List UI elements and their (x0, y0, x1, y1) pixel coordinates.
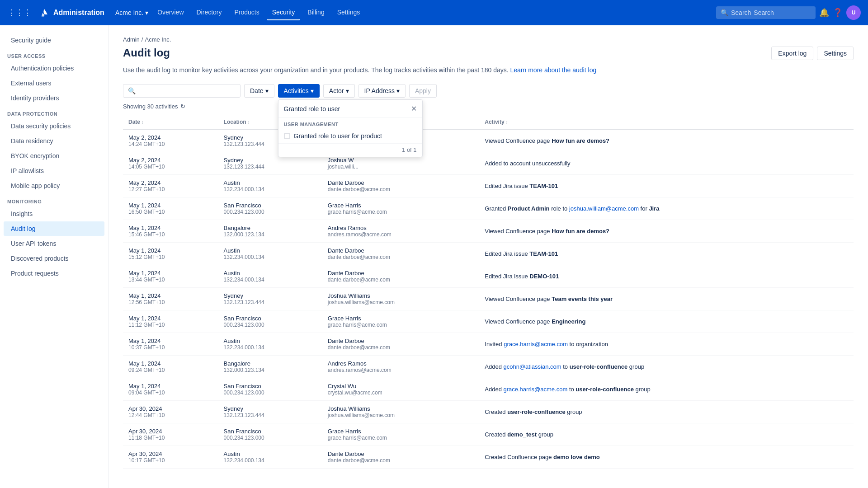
cell-actor: Joshua Williams joshua.williams@acme.com (322, 401, 479, 423)
table-row: May 1, 2024 09:24 GMT+10 Bangalore 132.0… (123, 356, 854, 378)
table-row: Apr 30, 2024 10:17 GMT+10 Austin 132.234… (123, 446, 854, 469)
header-actions: Export log Settings (771, 47, 854, 60)
cell-location: Bangalore 132.000.123.134 (218, 220, 322, 243)
activities-chevron-icon: ▾ (311, 87, 314, 94)
table-row: May 2, 2024 12:27 GMT+10 Austin 132.234.… (123, 175, 854, 197)
dropdown-item-granted-role[interactable]: Granted role to user for product (278, 129, 422, 143)
cell-actor: Grace Harris grace.harris@acme.com (322, 310, 479, 333)
sidebar-item-user-api-tokens[interactable]: User API tokens (4, 236, 104, 251)
cell-date: Apr 30, 2024 11:18 GMT+10 (123, 423, 218, 446)
table-row: May 1, 2024 15:12 GMT+10 Austin 132.234.… (123, 243, 854, 265)
global-search[interactable]: 🔍 Search Search (716, 6, 816, 19)
cell-location: Sydney 132.123.123.444 (218, 401, 322, 423)
cell-date: May 1, 2024 12:56 GMT+10 (123, 288, 218, 310)
cell-date: May 1, 2024 11:12 GMT+10 (123, 310, 218, 333)
table-row: May 2, 2024 14:05 GMT+10 Sydney 132.123.… (123, 152, 854, 175)
ip-address-filter-label: IP Address (364, 87, 395, 94)
nav-billing[interactable]: Billing (302, 5, 330, 20)
description-text: Use the audit log to monitor key activit… (123, 66, 509, 74)
table-row: May 1, 2024 13:44 GMT+10 Austin 132.234.… (123, 265, 854, 288)
cell-location: Austin 132.234.000.134 (218, 243, 322, 265)
sidebar-item-insights[interactable]: Insights (4, 206, 104, 221)
sidebar-item-external-users[interactable]: External users (4, 76, 104, 90)
cell-activity: Created demo_test group (479, 423, 854, 446)
table-body: May 2, 2024 14:24 GMT+10 Sydney 132.123.… (123, 129, 854, 469)
breadcrumb-admin[interactable]: Admin (123, 36, 140, 43)
nav-settings[interactable]: Settings (332, 5, 366, 20)
sidebar-item-discovered-products[interactable]: Discovered products (4, 251, 104, 266)
sidebar-label: Insights (11, 210, 33, 217)
sidebar-item-data-residency[interactable]: Data residency (4, 134, 104, 148)
sidebar-item-ip-allowlists[interactable]: IP allowlists (4, 164, 104, 178)
ip-address-filter-button[interactable]: IP Address ▾ (359, 84, 406, 98)
cell-activity: Edited Jira issue TEAM-101 (479, 175, 854, 197)
cell-location: San Francisco 000.234.123.000 (218, 378, 322, 401)
sidebar-item-product-requests[interactable]: Product requests (4, 266, 104, 281)
actor-chevron-icon: ▾ (346, 87, 349, 94)
sidebar-item-security-guide[interactable]: Security guide (4, 33, 104, 47)
activities-filter-button[interactable]: Activities ▾ (278, 84, 320, 98)
learn-more-link[interactable]: Learn more about the audit log (510, 66, 597, 74)
search-icon: 🔍 (128, 87, 136, 94)
sidebar-label: Data residency (11, 137, 53, 145)
cell-date: May 1, 2024 10:37 GMT+10 (123, 333, 218, 356)
nav-security[interactable]: Security (267, 5, 301, 20)
sidebar-item-data-security[interactable]: Data security policies (4, 119, 104, 133)
org-selector[interactable]: Acme Inc. ▾ (115, 9, 148, 16)
dropdown-clear-icon[interactable]: ✕ (411, 104, 417, 113)
notifications-icon[interactable]: 🔔 (819, 8, 829, 18)
sidebar-section-user-access: USER ACCESS (0, 48, 108, 61)
dropdown-item-label: Granted role to user for product (294, 132, 382, 140)
nav-right-section: 🔍 Search Search 🔔 ❓ U (716, 5, 861, 20)
cell-actor: Dante Darboe dante.darboe@acme.com (322, 175, 479, 197)
dropdown-search-bar: ✕ (278, 100, 422, 118)
cell-actor: Andres Ramos andres.ramos@acme.com (322, 220, 479, 243)
cell-location: Austin 132.234.000.134 (218, 333, 322, 356)
actor-filter-button[interactable]: Actor ▾ (323, 84, 355, 98)
user-avatar[interactable]: U (846, 5, 861, 20)
table-row: May 1, 2024 11:12 GMT+10 San Francisco 0… (123, 310, 854, 333)
nav-products[interactable]: Products (229, 5, 265, 20)
dropdown-pagination: 1 of 1 (278, 143, 422, 157)
table-row: Apr 30, 2024 12:44 GMT+10 Sydney 132.123… (123, 401, 854, 423)
sidebar-item-byok[interactable]: BYOK encryption (4, 149, 104, 163)
sidebar-item-audit-log[interactable]: Audit log (4, 221, 104, 236)
cell-location: Bangalore 132.000.123.134 (218, 356, 322, 378)
cell-date: May 1, 2024 16:50 GMT+10 (123, 197, 218, 220)
table-search[interactable]: 🔍 (123, 84, 241, 98)
cell-actor: Joshua Williams joshua.williams@acme.com (322, 288, 479, 310)
nav-overview[interactable]: Overview (152, 5, 189, 20)
refresh-icon[interactable]: ↻ (180, 103, 185, 110)
apply-button[interactable]: Apply (409, 84, 437, 98)
actor-filter-label: Actor (329, 87, 344, 94)
dropdown-search-input[interactable] (284, 105, 407, 113)
cell-actor: Dante Darboe dante.darboe@acme.com (322, 243, 479, 265)
sidebar-label: Security guide (11, 37, 51, 44)
search-input[interactable] (138, 87, 236, 94)
search-icon: 🔍 (721, 9, 728, 16)
atlassian-logo: Administration (39, 7, 104, 18)
page-description: Use the audit log to monitor key activit… (123, 66, 854, 75)
sidebar-label: Identity providers (11, 94, 59, 102)
export-log-button[interactable]: Export log (771, 47, 813, 60)
nav-directory[interactable]: Directory (191, 5, 227, 20)
col-date[interactable]: Date (123, 115, 218, 129)
table-row: May 1, 2024 10:37 GMT+10 Austin 132.234.… (123, 333, 854, 356)
sidebar-item-auth-policies[interactable]: Authentication policies (4, 61, 104, 75)
cell-date: May 2, 2024 14:05 GMT+10 (123, 152, 218, 175)
table-row: May 1, 2024 16:50 GMT+10 San Francisco 0… (123, 197, 854, 220)
date-filter-button[interactable]: Date ▾ (244, 84, 274, 98)
sidebar-item-mobile-app[interactable]: Mobile app policy (4, 178, 104, 193)
sidebar-label: IP allowlists (11, 167, 44, 174)
help-icon[interactable]: ❓ (833, 8, 843, 18)
settings-button[interactable]: Settings (817, 47, 854, 60)
cell-activity: Added gcohn@atlassian.com to user-role-c… (479, 356, 854, 378)
sidebar-item-identity-providers[interactable]: Identity providers (4, 91, 104, 105)
cell-date: May 2, 2024 14:24 GMT+10 (123, 129, 218, 152)
activities-dropdown: ✕ USER MANAGEMENT Granted role to user f… (278, 99, 423, 157)
breadcrumb-org[interactable]: Acme Inc. (145, 36, 171, 43)
cell-date: May 1, 2024 15:46 GMT+10 (123, 220, 218, 243)
sidebar-label: Audit log (11, 225, 35, 232)
sidebar-section-monitoring: MONITORING (0, 193, 108, 206)
apps-grid-icon[interactable]: ⋮⋮⋮ (7, 8, 32, 18)
